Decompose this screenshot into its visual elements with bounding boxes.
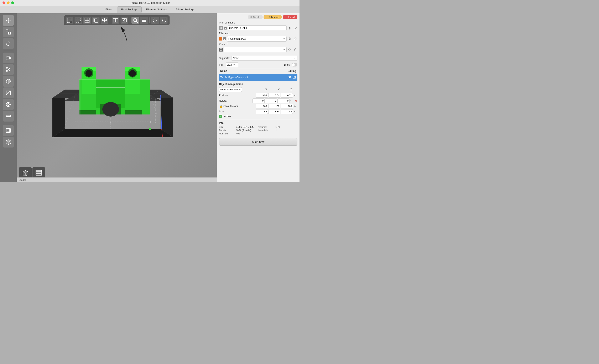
inches-checkbox[interactable]: ✓ xyxy=(219,115,222,118)
slice-view-btn[interactable] xyxy=(141,17,148,24)
object-list-item[interactable]: Terrific Fyyran-Densor.stl xyxy=(219,74,297,81)
filament-gear[interactable] xyxy=(287,37,292,41)
tab-print-settings[interactable]: Print Settings xyxy=(117,7,142,12)
brim-label: Brim: xyxy=(284,63,290,66)
supports-dropdown[interactable]: None ▼ xyxy=(231,56,297,61)
infill-label: Infill: xyxy=(219,63,224,66)
size-z-input[interactable] xyxy=(281,109,293,114)
printer-dropdown[interactable]: ▼ xyxy=(224,47,287,52)
scale-x-input[interactable] xyxy=(256,104,268,109)
rotate-y-input[interactable] xyxy=(265,99,277,103)
cut-tool[interactable] xyxy=(3,64,14,75)
edit-object-btn[interactable] xyxy=(292,75,296,80)
seam-tool[interactable] xyxy=(3,99,14,110)
arrange-btn[interactable] xyxy=(83,17,91,24)
rotate-tool[interactable] xyxy=(3,38,14,49)
hollow-tool[interactable] xyxy=(3,125,14,136)
lock-icon xyxy=(224,27,227,29)
split-objects-btn[interactable] xyxy=(112,17,119,24)
toolbar-sep-3 xyxy=(150,17,150,23)
scale-lock-icon[interactable]: 🔒 xyxy=(219,104,222,108)
filament-label-row: Filament : xyxy=(219,32,297,35)
scale-z-input[interactable] xyxy=(281,104,293,109)
size-x-input[interactable] xyxy=(256,109,268,114)
print-settings-gear[interactable] xyxy=(287,26,292,30)
height-tool[interactable] xyxy=(3,111,14,122)
infill-value: 20% xyxy=(227,63,232,66)
position-label: Position: xyxy=(219,94,240,97)
close-button[interactable] xyxy=(2,1,5,4)
filament-dropdown[interactable]: Prusament PLA ▼ xyxy=(227,36,287,42)
left-toolbar xyxy=(0,13,17,182)
svg-point-15 xyxy=(6,102,10,107)
size-y-input[interactable] xyxy=(268,109,280,114)
paint-tool[interactable] xyxy=(3,76,14,87)
print-settings-dropdown[interactable]: 0.25mm DRAFT ▼ xyxy=(228,25,287,31)
split-parts-btn[interactable] xyxy=(121,17,128,24)
filament-label: Filament : xyxy=(219,32,236,35)
tab-filament-settings[interactable]: Filament Settings xyxy=(142,7,171,12)
svg-rect-108 xyxy=(224,39,225,40)
statusbar: Loaded xyxy=(17,178,217,182)
scale-tool[interactable] xyxy=(3,27,14,37)
position-y-input[interactable] xyxy=(268,93,280,98)
print-settings-label: Print settings : xyxy=(219,21,236,24)
svg-rect-31 xyxy=(85,18,87,20)
search-zoom-btn[interactable] xyxy=(132,17,139,24)
coord-mode-dropdown[interactable]: World coordinates ▼ xyxy=(219,87,242,92)
infill-row: Infill: 20% ▼ Brim: xyxy=(217,61,300,68)
printer-edit[interactable] xyxy=(293,47,297,52)
svg-rect-106 xyxy=(225,28,226,29)
supports-value: None xyxy=(233,57,239,60)
rotate-x-input[interactable] xyxy=(253,99,264,103)
tab-printer-settings[interactable]: Printer Settings xyxy=(171,7,198,12)
right-panel: Simple Advanced Expert Print settings : xyxy=(217,13,300,182)
filament-color-swatch[interactable] xyxy=(219,37,222,41)
minimize-button[interactable] xyxy=(7,1,9,4)
maximize-button[interactable] xyxy=(11,1,14,4)
svg-text:|: | xyxy=(150,120,151,123)
filament-edit[interactable] xyxy=(293,37,297,41)
titlebar: PrusaSlicer-2.3.3 based on Slic3r xyxy=(0,0,300,6)
window-title: PrusaSlicer-2.3.3 based on Slic3r xyxy=(130,1,170,4)
brim-toggle[interactable] xyxy=(291,63,297,67)
tab-plater[interactable]: Plater xyxy=(101,7,117,12)
slice-now-button[interactable]: Slice now xyxy=(219,138,297,146)
visibility-btn[interactable] xyxy=(287,75,291,80)
canvas-area[interactable]: ORIGINAL PRUSA MINI xyxy=(17,13,217,182)
redo-btn[interactable] xyxy=(160,17,168,24)
svg-point-16 xyxy=(7,103,9,106)
print-settings-row: Print settings : xyxy=(219,21,297,24)
toolbar-separator-1 xyxy=(4,51,12,51)
cube-view[interactable] xyxy=(3,137,14,147)
y-header: Y xyxy=(273,88,285,91)
printer-gear[interactable] xyxy=(287,47,292,52)
support-tool[interactable] xyxy=(3,87,14,98)
col-name-header: Name xyxy=(220,70,288,73)
svg-point-75 xyxy=(149,128,151,130)
printer-icon xyxy=(219,48,223,51)
undo-btn[interactable] xyxy=(151,17,159,24)
add-object-btn[interactable] xyxy=(66,17,73,24)
position-z-input[interactable] xyxy=(281,93,293,98)
print-settings-select-row: ⚙ 0.25mm DRAFT ▼ xyxy=(219,25,297,31)
toolbar-sep-2 xyxy=(130,17,130,23)
mode-expert-btn[interactable]: Expert xyxy=(283,15,297,19)
move-tool[interactable] xyxy=(3,15,14,26)
window-controls[interactable] xyxy=(2,1,14,4)
mode-advanced-btn[interactable]: Advanced xyxy=(264,15,282,19)
rotate-reset-btn[interactable]: ↺ xyxy=(295,99,297,102)
mirror-btn[interactable] xyxy=(101,17,108,24)
rotate-z-input[interactable] xyxy=(277,99,290,103)
infill-dropdown[interactable]: 20% ▼ xyxy=(226,62,238,67)
svg-line-3 xyxy=(8,32,9,32)
delete-btn[interactable] xyxy=(75,17,82,24)
position-row: Position: in xyxy=(219,93,297,98)
scale-y-input[interactable] xyxy=(268,104,280,109)
copy-btn[interactable] xyxy=(92,17,100,24)
arrow-annotation xyxy=(119,25,135,44)
position-x-input[interactable] xyxy=(256,93,268,98)
print-settings-edit[interactable] xyxy=(293,26,297,30)
mode-simple-btn[interactable]: Simple xyxy=(248,15,263,19)
select-tool[interactable] xyxy=(3,52,14,63)
